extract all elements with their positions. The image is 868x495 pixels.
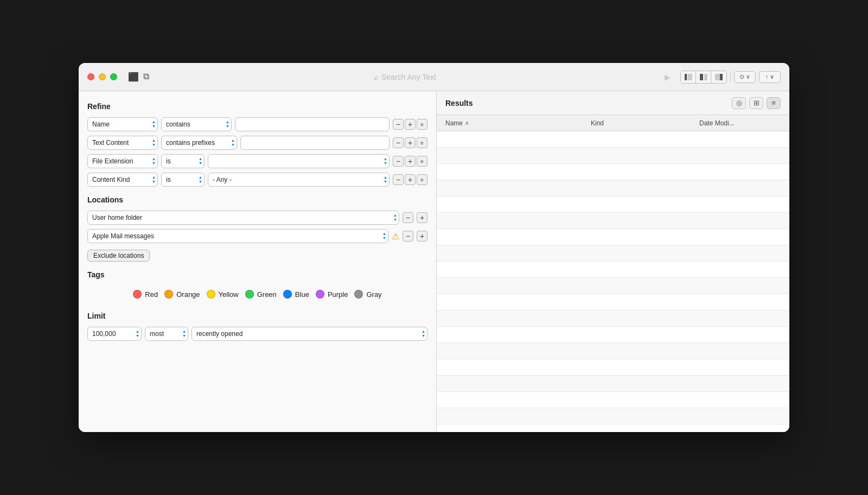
remove-criteria-btn-4[interactable]: − xyxy=(393,174,404,185)
list-criteria-btn-2[interactable]: ≡ xyxy=(417,137,427,148)
tag-gray-label: Gray xyxy=(366,290,381,299)
limit-criterion-select-el[interactable]: recently opened recently created recentl… xyxy=(192,327,427,341)
svg-rect-5 xyxy=(720,74,723,80)
maximize-button[interactable] xyxy=(110,73,117,80)
tag-purple[interactable]: Purple xyxy=(316,290,348,299)
criteria-row-text-content: Text Content ▲▼ contains prefixes ▲▼ − +… xyxy=(87,136,427,150)
exclude-locations-button[interactable]: Exclude locations xyxy=(87,250,150,262)
name-field-select[interactable]: Name xyxy=(87,117,158,131)
is-operator-select[interactable]: is xyxy=(161,154,205,168)
search-wrapper[interactable]: ⌕ Search Any Text xyxy=(374,73,436,81)
limit-sort-select[interactable]: most least ▲▼ xyxy=(145,327,188,341)
minimize-button[interactable] xyxy=(99,73,106,80)
add-criteria-btn-2[interactable]: + xyxy=(405,137,416,148)
tag-gray[interactable]: Gray xyxy=(354,290,381,299)
titlebar: ⬛ ⧉ ⌕ Search Any Text ▶ xyxy=(79,63,789,91)
layout-btn-group xyxy=(680,71,727,84)
result-row xyxy=(437,229,789,245)
content-kind-value-select[interactable]: - Any - ▲▼ xyxy=(208,173,390,187)
operator-is-2-select[interactable]: is ▲▼ xyxy=(161,173,205,187)
contains-prefixes-operator-select[interactable]: contains prefixes xyxy=(161,136,237,150)
tag-green[interactable]: Green xyxy=(245,290,277,299)
add-location-btn-2[interactable]: + xyxy=(417,231,427,242)
tag-green-circle xyxy=(245,290,254,299)
text-content-value-input[interactable] xyxy=(240,136,390,150)
field-text-content-select[interactable]: Text Content ▲▼ xyxy=(87,136,158,150)
col-kind-header[interactable]: Kind xyxy=(591,119,699,127)
tag-yellow-circle xyxy=(207,290,215,299)
add-criteria-btn[interactable]: + xyxy=(405,119,416,130)
result-row xyxy=(437,310,789,327)
svg-rect-3 xyxy=(704,74,707,80)
share-btn[interactable]: ↑ ∨ xyxy=(759,71,781,83)
tag-orange[interactable]: Orange xyxy=(164,290,200,299)
titlebar-right: ⊙ ∨ ↑ ∨ xyxy=(680,71,781,84)
location-home-select[interactable]: User home folder ▲▼ xyxy=(87,211,399,225)
view-options-btn[interactable]: ⊙ ∨ xyxy=(734,71,756,83)
location-mail-select[interactable]: Apple Mail messages ▲▼ xyxy=(87,229,388,243)
locations-section: Locations User home folder ▲▼ − + xyxy=(87,195,427,262)
duplicate-icon[interactable]: ⧉ xyxy=(143,72,149,82)
remove-location-btn-1[interactable]: − xyxy=(403,212,413,223)
col-name-header[interactable]: Name ∧ xyxy=(445,119,591,127)
close-button[interactable] xyxy=(87,73,94,80)
tags-section: Tags Red Orange Yellow xyxy=(87,270,427,303)
name-value-input[interactable] xyxy=(235,117,390,131)
result-row xyxy=(437,196,789,213)
content-kind-field-select[interactable]: Content Kind xyxy=(87,173,158,187)
warning-icon: ⚠ xyxy=(392,231,399,242)
limit-sort-select-el[interactable]: most least xyxy=(145,327,188,341)
file-ext-field-select[interactable]: File Extension xyxy=(87,154,158,168)
col-date-header[interactable]: Date Modi... xyxy=(699,119,781,127)
add-criteria-btn-3[interactable]: + xyxy=(405,156,416,167)
result-row xyxy=(437,262,789,278)
file-ext-value-select[interactable]: ▲▼ xyxy=(208,154,390,168)
field-content-kind-select[interactable]: Content Kind ▲▼ xyxy=(87,173,158,187)
operator-contains-select[interactable]: contains ▲▼ xyxy=(161,117,232,131)
result-row xyxy=(437,408,789,424)
text-content-field-select[interactable]: Text Content xyxy=(87,136,158,150)
view-list-btn[interactable]: ≡ xyxy=(767,97,781,109)
is-2-operator-select[interactable]: is xyxy=(161,173,205,187)
tag-orange-label: Orange xyxy=(176,290,200,299)
results-rows xyxy=(437,131,789,432)
tag-red[interactable]: Red xyxy=(133,290,158,299)
location-home-select-el[interactable]: User home folder xyxy=(87,211,399,225)
list-criteria-btn-3[interactable]: ≡ xyxy=(417,156,427,167)
remove-criteria-btn[interactable]: − xyxy=(393,119,404,130)
view-grid-btn[interactable]: ⊞ xyxy=(749,97,763,109)
content-kind-value-select-el[interactable]: - Any - xyxy=(208,173,390,187)
view-circle-btn[interactable]: ◎ xyxy=(732,97,746,109)
contains-operator-select[interactable]: contains xyxy=(161,117,232,131)
add-location-btn-1[interactable]: + xyxy=(417,212,427,223)
results-columns: Name ∧ Kind Date Modi... xyxy=(437,115,789,131)
sidebar-layout-btn[interactable] xyxy=(681,71,696,83)
tag-green-label: Green xyxy=(257,290,277,299)
results-header: Results ◎ ⊞ ≡ xyxy=(437,91,789,115)
sidebar-toggle-icon[interactable]: ⬛ xyxy=(128,72,139,82)
list-criteria-btn[interactable]: ≡ xyxy=(417,119,427,130)
play-button[interactable]: ▶ xyxy=(661,71,674,84)
operator-is-select[interactable]: is ▲▼ xyxy=(161,154,205,168)
remove-criteria-btn-3[interactable]: − xyxy=(393,156,404,167)
limit-amount-select[interactable]: 100,000 10 100 1,000 10,000 ▲▼ xyxy=(87,327,142,341)
remove-criteria-btn-2[interactable]: − xyxy=(393,137,404,148)
limit-criterion-select[interactable]: recently opened recently created recentl… xyxy=(192,327,427,341)
operator-contains-prefixes-select[interactable]: contains prefixes ▲▼ xyxy=(161,136,237,150)
file-ext-value-select-el[interactable] xyxy=(208,154,390,168)
field-name-select[interactable]: Name ▲▼ xyxy=(87,117,158,131)
list-criteria-btn-4[interactable]: ≡ xyxy=(417,174,427,185)
tag-gray-circle xyxy=(354,290,363,299)
remove-location-btn-2[interactable]: − xyxy=(403,231,413,242)
limit-amount-select-el[interactable]: 100,000 10 100 1,000 10,000 xyxy=(87,327,142,341)
result-row xyxy=(437,180,789,196)
split-layout-btn[interactable] xyxy=(696,71,711,83)
add-criteria-btn-4[interactable]: + xyxy=(405,174,416,185)
field-file-ext-select[interactable]: File Extension ▲▼ xyxy=(87,154,158,168)
location-mail-select-el[interactable]: Apple Mail messages xyxy=(87,229,388,243)
tag-yellow[interactable]: Yellow xyxy=(207,290,239,299)
location-row-home: User home folder ▲▼ − + xyxy=(87,211,427,225)
panel-layout-btn[interactable] xyxy=(711,71,726,83)
tag-orange-circle xyxy=(164,290,173,299)
tag-blue[interactable]: Blue xyxy=(283,290,309,299)
